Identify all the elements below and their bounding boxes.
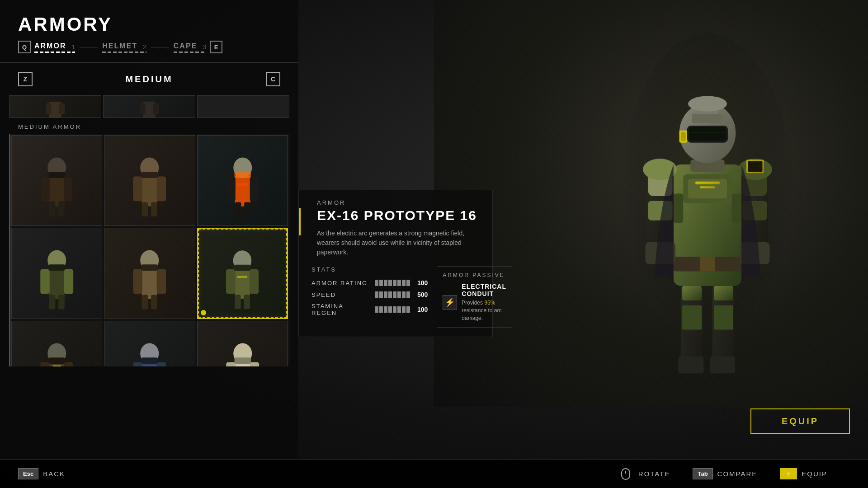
- e-key: E: [210, 41, 222, 53]
- svg-rect-104: [142, 357, 158, 364]
- partial-item-2[interactable]: [103, 95, 195, 118]
- svg-rect-6: [714, 305, 733, 330]
- tab-separator-1: [80, 47, 98, 47]
- svg-rect-83: [226, 269, 235, 294]
- armor-item-2[interactable]: [104, 135, 195, 226]
- svg-rect-100: [157, 362, 166, 366]
- svg-rect-53: [142, 175, 157, 206]
- tab-armor-underline: [34, 52, 75, 53]
- stam-bar-5: [393, 306, 396, 313]
- svg-rect-72: [58, 295, 65, 310]
- svg-rect-74: [48, 265, 65, 271]
- category-title: MEDIUM: [33, 74, 266, 84]
- svg-rect-59: [142, 172, 158, 178]
- speed-bar-1: [375, 291, 378, 298]
- category-nav: Z MEDIUM C: [0, 63, 298, 95]
- armor-item-5[interactable]: [104, 228, 195, 319]
- svg-rect-89: [237, 276, 248, 278]
- armor-grid-container: MEDIUM ARMOR: [0, 95, 298, 366]
- passive-item: ⚡ ELECTRICAL CONDUIT Provides 95% resist…: [443, 283, 506, 322]
- passive-details: ELECTRICAL CONDUIT Provides 95% resistan…: [462, 283, 506, 322]
- detail-description: As the electric arc generates a strong m…: [317, 229, 480, 257]
- left-panel: ARMORY Q ARMOR 1 HELMET 2 CAPE 3 E: [0, 0, 298, 488]
- tab-armor[interactable]: ARMOR 1: [34, 42, 75, 52]
- speed-bar-6: [397, 291, 401, 298]
- rotate-action: ROTATE: [621, 468, 670, 480]
- stam-bar-4: [388, 306, 392, 313]
- bar-6: [397, 280, 401, 286]
- armor-item-7[interactable]: [11, 321, 102, 366]
- svg-rect-3: [682, 286, 702, 300]
- svg-rect-78: [142, 295, 148, 310]
- svg-rect-55: [157, 177, 166, 202]
- stat-row-speed: SPEED 500: [311, 291, 428, 298]
- page-title: ARMORY: [18, 14, 280, 35]
- bottom-equip-label: EQUIP: [802, 470, 827, 478]
- c-nav-key[interactable]: C: [266, 72, 280, 86]
- esc-key[interactable]: Esc: [18, 468, 38, 479]
- svg-rect-85: [235, 295, 241, 309]
- equip-key[interactable]: ⚡: [780, 468, 797, 479]
- bar-3: [384, 280, 387, 286]
- passive-description: Provides 95% resistance to arc damage.: [462, 299, 506, 322]
- svg-rect-39: [681, 132, 686, 141]
- stat-stamina-label: STAMINA REGEN: [311, 303, 370, 316]
- svg-rect-70: [64, 269, 74, 294]
- speed-bar-3: [384, 291, 387, 298]
- svg-rect-18: [700, 186, 715, 188]
- armor-grid: [11, 135, 288, 366]
- stats-block: STATS ARMOR RATING 100 SPEED: [311, 266, 428, 328]
- armor-item-4[interactable]: [11, 228, 102, 319]
- svg-rect-86: [244, 295, 250, 309]
- tab-key[interactable]: Tab: [693, 468, 712, 479]
- armor-item-8[interactable]: [104, 321, 195, 366]
- tab-cape[interactable]: CAPE 3: [174, 42, 206, 52]
- armor-item-9[interactable]: [197, 321, 288, 366]
- svg-rect-112: [234, 357, 250, 364]
- svg-rect-96: [48, 357, 65, 364]
- svg-rect-44: [140, 103, 146, 115]
- stam-bar-8: [406, 306, 410, 313]
- z-nav-key[interactable]: Z: [18, 72, 33, 86]
- bottom-equip-action: ⚡ EQUIP: [780, 468, 827, 479]
- tab-cape-underline: [174, 52, 206, 53]
- tabs-container: Q ARMOR 1 HELMET 2 CAPE 3 E: [18, 41, 280, 53]
- svg-rect-69: [40, 269, 50, 294]
- svg-point-36: [688, 96, 727, 111]
- armor-item-6-selected[interactable]: [197, 228, 288, 319]
- svg-rect-71: [49, 295, 56, 310]
- tab-helmet-number: 2: [143, 43, 146, 51]
- stam-bar-6: [397, 306, 401, 313]
- svg-rect-81: [142, 265, 158, 271]
- svg-rect-34: [692, 113, 723, 123]
- stam-bar-1: [375, 306, 378, 313]
- svg-rect-8: [710, 357, 735, 374]
- equip-button[interactable]: EQUIP: [750, 408, 850, 434]
- bar-7: [402, 280, 406, 286]
- svg-rect-57: [151, 202, 157, 217]
- svg-rect-47: [41, 178, 49, 201]
- bar-2: [379, 280, 383, 286]
- compare-action: Tab COMPARE: [693, 468, 757, 479]
- svg-rect-97: [53, 365, 61, 366]
- tab-helmet[interactable]: HELMET 2: [102, 42, 146, 52]
- compare-label: COMPARE: [717, 470, 758, 478]
- svg-rect-62: [250, 177, 259, 202]
- partial-item-1[interactable]: [9, 95, 101, 118]
- armor-item-3[interactable]: [197, 135, 288, 226]
- svg-rect-5: [682, 305, 702, 330]
- svg-rect-7: [679, 357, 704, 374]
- back-label: BACK: [43, 470, 65, 478]
- stat-stamina-bars: [375, 306, 410, 313]
- svg-rect-66: [234, 172, 250, 178]
- section-label: MEDIUM ARMOR: [9, 120, 289, 134]
- tab-cape-number: 3: [203, 43, 206, 51]
- detail-accent-bar: [299, 208, 301, 235]
- bar-1: [375, 280, 378, 286]
- armor-item-1[interactable]: [11, 135, 102, 226]
- svg-rect-54: [133, 177, 143, 202]
- svg-rect-84: [250, 269, 259, 294]
- svg-rect-88: [234, 265, 250, 271]
- bar-5: [393, 280, 396, 286]
- svg-rect-52: [48, 172, 65, 178]
